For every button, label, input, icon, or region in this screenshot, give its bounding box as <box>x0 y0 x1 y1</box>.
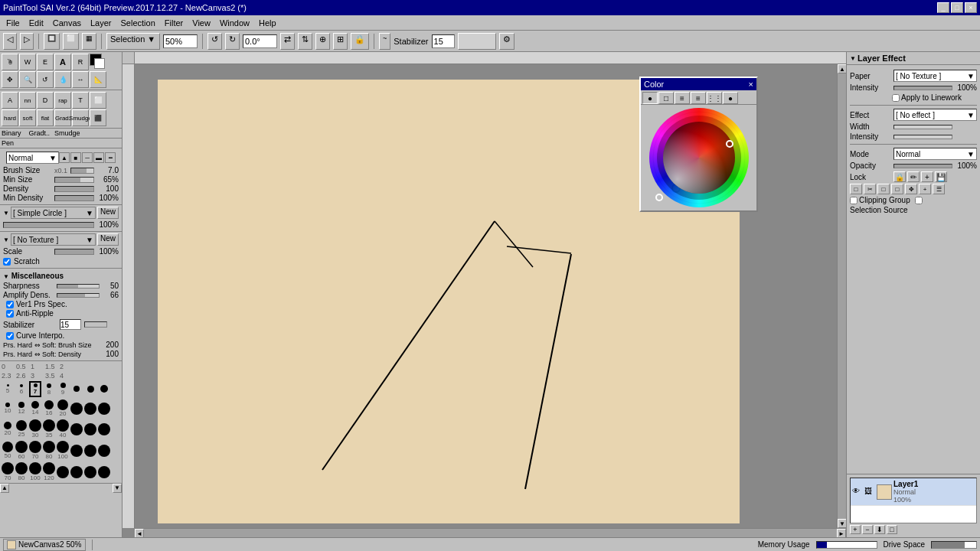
pd-10[interactable]: 10 <box>2 403 14 414</box>
canvas-tab[interactable]: NewCanvas2 50% <box>3 539 86 551</box>
fold-arrow-texture[interactable]: ▼ <box>3 236 9 243</box>
curve-interpo-checkbox[interactable] <box>6 332 14 340</box>
pd-e6[interactable] <box>98 423 110 435</box>
tool-rotate[interactable]: ↺ <box>37 71 54 88</box>
duplicate-layer-btn[interactable]: □ <box>887 525 897 534</box>
menu-edit[interactable]: Edit <box>24 17 48 29</box>
toolbar-icon-3[interactable]: ▦ <box>82 33 96 50</box>
brush-type-extra[interactable]: ⬜ <box>90 92 106 109</box>
toolbar-stabilizer-slider[interactable] <box>458 33 496 50</box>
toolbar-selection-dropdown[interactable]: Selection ▼ <box>106 33 160 50</box>
tool-eyedrop[interactable]: 💧 <box>54 71 71 88</box>
tool-bucket[interactable]: R <box>72 54 89 70</box>
pd-e5[interactable] <box>84 423 96 435</box>
density-slider[interactable] <box>54 186 94 192</box>
pd-50[interactable]: 50 <box>2 442 14 459</box>
layer-btn-3[interactable]: □ <box>877 184 890 194</box>
pd-12[interactable]: 12 <box>15 402 28 415</box>
preset-dot-6[interactable]: 6 <box>15 384 28 395</box>
stabilizer-input[interactable] <box>60 319 81 330</box>
tool-text[interactable]: A <box>54 54 71 70</box>
scratch-checkbox[interactable] <box>3 258 11 266</box>
toolbar-icon-2[interactable]: ⬜ <box>63 33 79 50</box>
canvas-vscrollbar[interactable]: ▲ ▼ <box>837 64 846 528</box>
brush-type-a[interactable]: A <box>2 92 18 109</box>
close-button[interactable]: × <box>965 2 977 13</box>
bi-1[interactable]: ▲ <box>59 152 70 163</box>
color-wheel-wrapper[interactable]: Color Wheel <box>649 108 749 207</box>
sharpness-slider[interactable] <box>57 284 100 289</box>
hue-indicator[interactable] <box>655 194 663 201</box>
pd-20[interactable]: 20 <box>57 399 69 417</box>
pd-e10[interactable] <box>57 466 69 478</box>
pd-e7[interactable] <box>70 445 83 457</box>
pd-e3[interactable] <box>98 403 110 415</box>
pd-80b[interactable]: 80 <box>15 462 28 481</box>
preset-dot-11[interactable] <box>84 386 96 393</box>
layer-item-1[interactable]: 👁 🖼 Layer1 Normal 100% <box>851 478 976 506</box>
color-tab-h[interactable]: ≡ <box>675 92 690 104</box>
pen-extra[interactable]: ⬛ <box>90 109 106 126</box>
rotate-ccw-button[interactable]: ↺ <box>207 33 222 50</box>
lock-icon3[interactable]: + <box>921 171 933 182</box>
clipping-checkbox[interactable] <box>850 197 858 204</box>
color-tab-v[interactable]: ≡ <box>691 92 706 104</box>
pd-e13[interactable] <box>98 466 110 478</box>
toolbar-stabilizer-settings[interactable]: ⚙ <box>499 33 514 50</box>
pen-flat[interactable]: flat <box>37 109 54 126</box>
tool-move[interactable]: ✥ <box>2 71 18 88</box>
menu-selection[interactable]: Selection <box>116 17 160 29</box>
color-picker-title[interactable]: Color × <box>641 78 756 90</box>
tool-extra[interactable]: 📐 <box>90 71 106 88</box>
scale-slider[interactable] <box>54 249 94 255</box>
color-tab-square[interactable]: □ <box>658 92 674 104</box>
preset-dot-8[interactable]: 8 <box>43 383 55 396</box>
lock-icon2[interactable]: ✏ <box>907 171 920 182</box>
menu-view[interactable]: View <box>188 17 215 29</box>
menu-filter[interactable]: Filter <box>160 17 188 29</box>
toolbar-nav-left[interactable]: ◁ <box>3 33 17 50</box>
rotation-lock[interactable]: 🔒 <box>351 33 369 50</box>
toolbar-angle-input[interactable] <box>243 34 277 48</box>
bi-5[interactable]: ━ <box>105 152 116 163</box>
ver1-prs-checkbox[interactable] <box>6 301 14 308</box>
pd-e2[interactable] <box>84 403 96 415</box>
pd-e9[interactable] <box>98 445 110 457</box>
toolbar-nav-right[interactable]: ▷ <box>20 33 34 50</box>
pd-e11[interactable] <box>70 466 83 478</box>
brush-mode-dropdown[interactable]: Normal▼ <box>6 152 59 164</box>
preset-dot-10[interactable] <box>70 386 83 393</box>
toolbox-scroll-down[interactable]: ▼ <box>113 484 122 493</box>
toolbar-stabilizer-input[interactable] <box>432 34 455 48</box>
lock-icon4[interactable]: 💾 <box>935 171 947 182</box>
pd-40[interactable]: 40 <box>57 419 69 439</box>
preset-dot-5[interactable]: 5 <box>2 384 14 394</box>
brush-type-rap[interactable]: rap <box>54 92 71 109</box>
intensity2-slider[interactable] <box>893 135 952 139</box>
width-slider[interactable] <box>893 125 952 129</box>
tool-lasso[interactable]: W <box>19 54 36 70</box>
bi-4[interactable]: ▬ <box>93 152 104 163</box>
minimize-button[interactable]: _ <box>937 2 949 13</box>
canvas-hscrollbar[interactable]: ◄ ► <box>135 528 846 537</box>
pd-60[interactable]: 60 <box>15 441 28 460</box>
toolbox-scroll-up[interactable]: ▲ <box>0 484 9 493</box>
reset-rotation-button[interactable]: ⊕ <box>315 33 330 50</box>
menu-window[interactable]: Window <box>215 17 254 29</box>
fold-arrow-brush[interactable]: ▼ <box>3 210 9 217</box>
vscroll-up[interactable]: ▲ <box>838 64 846 73</box>
pd-20b[interactable]: 20 <box>2 422 14 436</box>
more-rotation[interactable]: ⊞ <box>333 33 348 50</box>
pd-70[interactable]: 70 <box>29 441 41 460</box>
pen-soft[interactable]: soft <box>19 109 36 126</box>
brush-size-slider[interactable] <box>70 168 94 174</box>
pd-80[interactable]: 80 <box>43 441 55 460</box>
hscroll-right[interactable]: ► <box>837 529 846 537</box>
menu-help[interactable]: Help <box>254 17 281 29</box>
layer-btn-7[interactable]: ☰ <box>933 184 945 194</box>
min-size-slider[interactable] <box>54 177 94 183</box>
layer-visibility-toggle[interactable]: 👁 <box>852 487 863 497</box>
preset-dot-12[interactable] <box>98 385 110 393</box>
brush-type-new[interactable]: New <box>97 207 119 219</box>
brush-type-fill-slider[interactable] <box>3 222 94 228</box>
